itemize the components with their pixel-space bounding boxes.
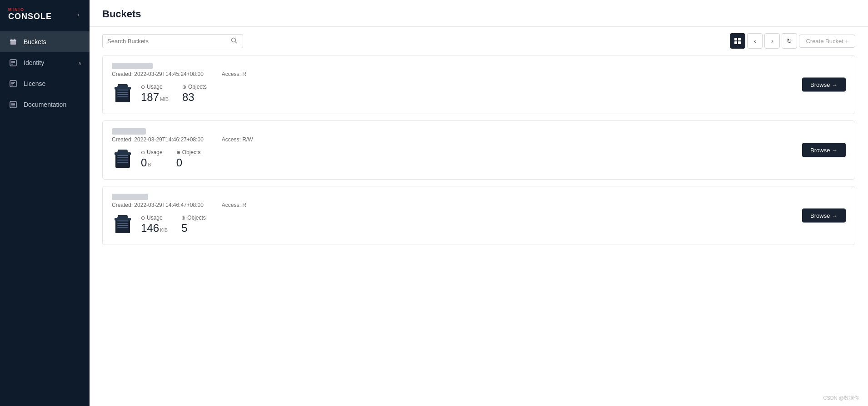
- objects-label-1: ⊕ Objects: [182, 84, 207, 90]
- prev-button[interactable]: ‹: [747, 33, 763, 49]
- bucket-name-1: [112, 63, 846, 69]
- grid-view-button[interactable]: [730, 33, 745, 49]
- usage-stat-1: ⊙ Usage 187MiB: [141, 84, 169, 104]
- objects-stat-1: ⊕ Objects 83: [182, 84, 207, 104]
- license-nav-icon: [8, 79, 18, 89]
- usage-icon-3: ⊙: [141, 215, 145, 221]
- sidebar-item-license[interactable]: License: [0, 73, 90, 94]
- usage-icon-1: ⊙: [141, 84, 145, 90]
- bucket-info-row-1: ⊙ Usage 187MiB ⊕ Objects 83: [112, 82, 846, 105]
- grid-icon: [734, 37, 741, 45]
- objects-icon-2: ⊕: [176, 150, 180, 155]
- bucket-card-1: Created: 2022-03-29T14:45:24+08:00 Acces…: [102, 55, 855, 114]
- bucket-card-2: Created: 2022-03-29T14:46:27+08:00 Acces…: [102, 120, 855, 180]
- page-header: Buckets: [90, 0, 868, 27]
- bucket-name-redacted-1: [112, 63, 153, 69]
- bucket-stats-3: ⊙ Usage 146KiB ⊕ Objects 5: [141, 215, 206, 235]
- sidebar-item-license-label: License: [24, 80, 81, 87]
- sidebar-item-documentation-label: Documentation: [24, 101, 81, 108]
- next-button[interactable]: ›: [764, 33, 780, 49]
- svg-rect-24: [117, 90, 128, 90]
- logo-console: CONSOLE: [8, 12, 52, 21]
- usage-label-3: ⊙ Usage: [141, 215, 168, 221]
- objects-icon-3: ⊕: [181, 215, 185, 221]
- sidebar: MIN|O CONSOLE ‹ Buckets: [0, 0, 90, 406]
- bucket-access-3: Access: R: [222, 202, 246, 208]
- bucket-meta-row-2: Created: 2022-03-29T14:46:27+08:00 Acces…: [112, 136, 846, 143]
- bucket-shape-icon-3: [114, 214, 132, 235]
- refresh-icon: ↻: [787, 37, 792, 45]
- buckets-list: Created: 2022-03-29T14:45:24+08:00 Acces…: [90, 55, 868, 406]
- collapse-button[interactable]: ‹: [75, 9, 81, 20]
- svg-rect-33: [117, 162, 128, 163]
- svg-rect-37: [117, 223, 128, 224]
- watermark: CSDN @数据你: [823, 395, 859, 401]
- logo-text: MIN|O CONSOLE: [8, 7, 52, 21]
- bucket-access-2: Access: R/W: [222, 136, 253, 143]
- browse-button-1[interactable]: Browse →: [802, 78, 846, 92]
- usage-icon-2: ⊙: [141, 150, 145, 155]
- identity-nav-icon: [8, 58, 18, 68]
- page-title: Buckets: [102, 8, 855, 20]
- bucket-name-2: [112, 128, 846, 135]
- search-box: [102, 34, 243, 48]
- bucket-stats-2: ⊙ Usage 0B ⊕ Objects 0: [141, 149, 200, 169]
- refresh-button[interactable]: ↻: [782, 33, 797, 49]
- svg-line-17: [235, 41, 237, 43]
- bucket-icon-3: [112, 213, 134, 236]
- objects-stat-2: ⊕ Objects 0: [176, 149, 201, 169]
- svg-rect-21: [738, 41, 741, 44]
- svg-rect-30: [117, 155, 128, 156]
- docs-nav-icon: [8, 100, 18, 110]
- svg-rect-18: [734, 38, 737, 40]
- search-input[interactable]: [107, 38, 230, 45]
- svg-rect-23: [115, 87, 131, 90]
- svg-rect-25: [117, 92, 128, 93]
- browse-button-3[interactable]: Browse →: [802, 209, 846, 223]
- usage-value-3: 146KiB: [141, 222, 168, 235]
- objects-value-2: 0: [176, 156, 201, 169]
- bucket-created-1: Created: 2022-03-29T14:45:24+08:00: [112, 71, 204, 77]
- objects-label-3: ⊕ Objects: [181, 215, 206, 221]
- svg-rect-20: [734, 41, 737, 44]
- sidebar-item-documentation[interactable]: Documentation: [0, 94, 90, 115]
- objects-icon-1: ⊕: [182, 84, 186, 90]
- usage-label-1: ⊙ Usage: [141, 84, 169, 90]
- toolbar: ‹ › ↻ Create Bucket +: [90, 27, 868, 55]
- search-icon: [231, 37, 237, 44]
- bucket-info-row-2: ⊙ Usage 0B ⊕ Objects 0: [112, 147, 846, 171]
- sidebar-item-identity[interactable]: Identity ∧: [0, 52, 90, 73]
- sidebar-item-buckets[interactable]: Buckets: [0, 31, 90, 52]
- bucket-shape-icon-1: [114, 83, 132, 104]
- search-button[interactable]: [230, 37, 238, 45]
- bucket-meta-row-1: Created: 2022-03-29T14:45:24+08:00 Acces…: [112, 71, 846, 77]
- svg-rect-35: [115, 218, 131, 221]
- svg-rect-27: [117, 96, 128, 97]
- main-content: Buckets ‹: [90, 0, 868, 406]
- svg-rect-32: [117, 160, 128, 160]
- bucket-stats-1: ⊙ Usage 187MiB ⊕ Objects 83: [141, 84, 207, 104]
- bucket-nav-icon: [8, 37, 18, 47]
- svg-rect-39: [117, 227, 128, 228]
- svg-rect-31: [117, 157, 128, 158]
- objects-value-3: 5: [181, 222, 206, 235]
- bucket-icon-1: [112, 82, 134, 105]
- bucket-card-3: Created: 2022-03-29T14:46:47+08:00 Acces…: [102, 186, 855, 245]
- bucket-icon-2: [112, 147, 134, 171]
- browse-button-2[interactable]: Browse →: [802, 143, 846, 157]
- svg-rect-38: [117, 225, 128, 226]
- usage-stat-2: ⊙ Usage 0B: [141, 149, 163, 169]
- bucket-name-redacted-3: [112, 194, 148, 200]
- usage-value-1: 187MiB: [141, 91, 169, 104]
- sidebar-item-identity-label: Identity: [24, 59, 78, 66]
- bucket-meta-row-3: Created: 2022-03-29T14:46:47+08:00 Acces…: [112, 202, 846, 208]
- svg-point-16: [232, 38, 236, 42]
- bucket-info-row-3: ⊙ Usage 146KiB ⊕ Objects 5: [112, 213, 846, 236]
- objects-value-1: 83: [182, 91, 207, 104]
- identity-chevron-icon: ∧: [78, 60, 81, 65]
- sidebar-item-buckets-label: Buckets: [24, 38, 81, 45]
- create-bucket-button[interactable]: Create Bucket +: [799, 35, 855, 48]
- prev-icon: ‹: [754, 37, 756, 45]
- sidebar-nav: Buckets Identity ∧: [0, 27, 90, 406]
- svg-rect-26: [117, 94, 128, 95]
